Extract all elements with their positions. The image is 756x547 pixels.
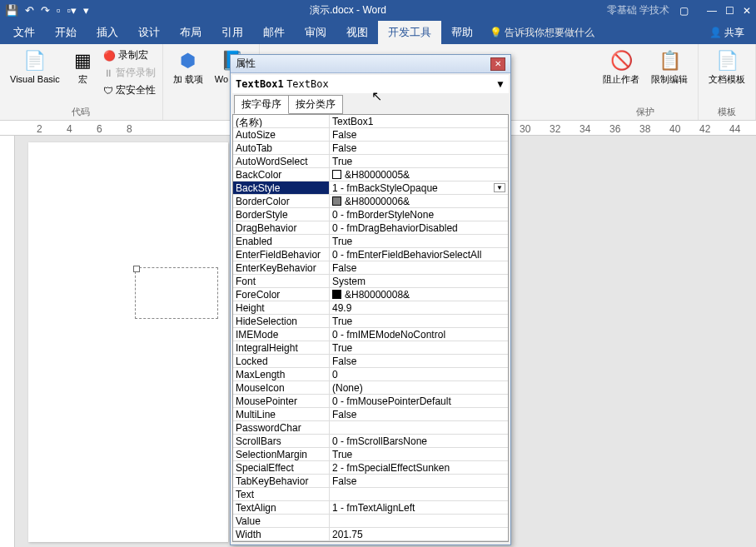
property-value[interactable]: 0 - fmBorderStyleNone: [330, 208, 508, 221]
tell-me[interactable]: 💡 告诉我你想要做什么: [490, 26, 594, 40]
tab-layout[interactable]: 布局: [170, 21, 211, 44]
textbox-control[interactable]: [135, 267, 218, 319]
record-macro-button[interactable]: 🔴录制宏: [103, 47, 156, 63]
property-row[interactable]: (名称)TextBox1: [233, 115, 508, 128]
property-value[interactable]: False: [330, 261, 508, 274]
property-row[interactable]: MaxLength0: [233, 368, 508, 381]
restrict-editing-button[interactable]: 📋限制编辑: [648, 47, 691, 86]
property-row[interactable]: Value: [233, 515, 508, 528]
close-icon[interactable]: ✕: [743, 5, 751, 17]
property-row[interactable]: BorderColor&H80000006&: [233, 195, 508, 208]
qat-dropdown-icon[interactable]: ▾: [83, 4, 89, 17]
property-row[interactable]: Text: [233, 488, 508, 501]
tab-design[interactable]: 设计: [128, 21, 170, 44]
property-value[interactable]: True: [330, 155, 508, 167]
tab-view[interactable]: 视图: [336, 21, 378, 44]
share-button[interactable]: 👤 共享: [701, 26, 753, 40]
property-value[interactable]: True: [330, 341, 508, 354]
macro-security-button[interactable]: 🛡宏安全性: [103, 82, 156, 98]
property-value[interactable]: &H80000005&: [330, 168, 508, 181]
property-value[interactable]: System: [330, 275, 508, 287]
property-value[interactable]: 0 - fmDragBehaviorDisabled: [330, 221, 508, 234]
property-value[interactable]: False: [330, 142, 508, 154]
property-value[interactable]: False: [330, 408, 508, 420]
property-row[interactable]: MousePointer0 - fmMousePointerDefault: [233, 395, 508, 408]
tab-home[interactable]: 开始: [45, 21, 87, 44]
property-value[interactable]: 0 - fmScrollBarsNone: [330, 435, 508, 447]
tab-alphabetic[interactable]: 按字母序: [234, 95, 289, 114]
property-value[interactable]: 1 - fmBackStyleOpaque▼: [330, 182, 508, 194]
dropdown-icon[interactable]: ▼: [494, 183, 505, 192]
tab-mailings[interactable]: 邮件: [253, 21, 295, 44]
block-authors-button[interactable]: 🚫阻止作者: [599, 47, 643, 86]
properties-titlebar[interactable]: 属性 ✕: [231, 55, 510, 73]
property-grid[interactable]: (名称)TextBox1AutoSizeFalseAutoTabFalseAut…: [232, 114, 509, 542]
property-value[interactable]: False: [330, 475, 508, 487]
property-value[interactable]: False: [330, 355, 508, 367]
property-row[interactable]: TextAlign1 - fmTextAlignLeft: [233, 501, 508, 515]
property-value[interactable]: 0 - fmMousePointerDefault: [330, 395, 508, 407]
property-value[interactable]: True: [330, 448, 508, 460]
property-row[interactable]: BackStyle1 - fmBackStyleOpaque▼: [233, 182, 508, 195]
qat-item-icon[interactable]: ▫: [57, 4, 61, 17]
property-value[interactable]: 1 - fmTextAlignLeft: [330, 501, 508, 514]
qat-item-icon[interactable]: ▫▾: [67, 4, 77, 17]
property-value[interactable]: &H80000006&: [330, 195, 508, 207]
macros-button[interactable]: ▦宏: [68, 47, 98, 86]
property-row[interactable]: EnterKeyBehaviorFalse: [233, 261, 508, 275]
property-value[interactable]: [330, 515, 508, 527]
property-row[interactable]: IntegralHeightTrue: [233, 341, 508, 355]
ribbon-options-icon[interactable]: ▢: [679, 5, 689, 17]
property-row[interactable]: LockedFalse: [233, 355, 508, 368]
pause-recording-button[interactable]: ⏸暂停录制: [103, 65, 156, 81]
property-value[interactable]: 0 - fmEnterFieldBehaviorSelectAll: [330, 248, 508, 261]
property-row[interactable]: EnabledTrue: [233, 235, 508, 248]
property-row[interactable]: TabKeyBehaviorFalse: [233, 475, 508, 488]
tab-file[interactable]: 文件: [3, 21, 45, 44]
property-row[interactable]: BackColor&H80000005&: [233, 168, 508, 182]
property-row[interactable]: DragBehavior0 - fmDragBehaviorDisabled: [233, 221, 508, 235]
property-value[interactable]: TextBox1: [330, 115, 508, 127]
tab-references[interactable]: 引用: [211, 21, 253, 44]
property-value[interactable]: [330, 421, 508, 434]
property-row[interactable]: SpecialEffect2 - fmSpecialEffectSunken: [233, 461, 508, 475]
property-value[interactable]: 49.9: [330, 301, 508, 314]
minimize-icon[interactable]: —: [707, 5, 717, 17]
redo-icon[interactable]: ↷: [41, 4, 50, 17]
tab-help[interactable]: 帮助: [441, 21, 483, 44]
property-row[interactable]: HideSelectionTrue: [233, 315, 508, 328]
property-row[interactable]: MultiLineFalse: [233, 408, 508, 421]
page[interactable]: [28, 142, 228, 542]
property-row[interactable]: ScrollBars0 - fmScrollBarsNone: [233, 435, 508, 448]
property-row[interactable]: ForeColor&H80000008&: [233, 288, 508, 301]
addins-button[interactable]: ⬢加 载项: [170, 47, 206, 86]
property-row[interactable]: FontSystem: [233, 275, 508, 288]
property-row[interactable]: AutoWordSelectTrue: [233, 155, 508, 168]
tab-developer[interactable]: 开发工具: [378, 21, 441, 44]
doc-template-button[interactable]: 📄文档模板: [705, 47, 749, 86]
property-value[interactable]: (None): [330, 381, 508, 394]
property-row[interactable]: EnterFieldBehavior0 - fmEnterFieldBehavi…: [233, 248, 508, 261]
property-row[interactable]: BorderStyle0 - fmBorderStyleNone: [233, 208, 508, 221]
maximize-icon[interactable]: ☐: [725, 5, 734, 17]
tab-insert[interactable]: 插入: [87, 21, 128, 44]
property-value[interactable]: True: [330, 315, 508, 327]
close-icon[interactable]: ✕: [490, 57, 505, 71]
property-value[interactable]: &H80000008&: [330, 288, 508, 301]
property-value[interactable]: 0 - fmIMEModeNoControl: [330, 328, 508, 341]
property-value[interactable]: True: [330, 235, 508, 247]
vertical-ruler[interactable]: [0, 136, 15, 547]
object-selector[interactable]: TextBox1 TextBox ▼: [232, 75, 509, 93]
property-row[interactable]: AutoSizeFalse: [233, 128, 508, 142]
property-row[interactable]: SelectionMarginTrue: [233, 448, 508, 461]
property-value[interactable]: [330, 488, 508, 500]
property-row[interactable]: Height49.9: [233, 301, 508, 315]
tab-review[interactable]: 审阅: [295, 21, 336, 44]
property-row[interactable]: Width201.75: [233, 528, 508, 541]
save-icon[interactable]: 💾: [5, 4, 18, 17]
property-row[interactable]: AutoTabFalse: [233, 142, 508, 155]
property-value[interactable]: 2 - fmSpecialEffectSunken: [330, 461, 508, 474]
property-value[interactable]: False: [330, 128, 508, 141]
property-value[interactable]: 201.75: [330, 528, 508, 540]
property-row[interactable]: MouseIcon(None): [233, 381, 508, 395]
